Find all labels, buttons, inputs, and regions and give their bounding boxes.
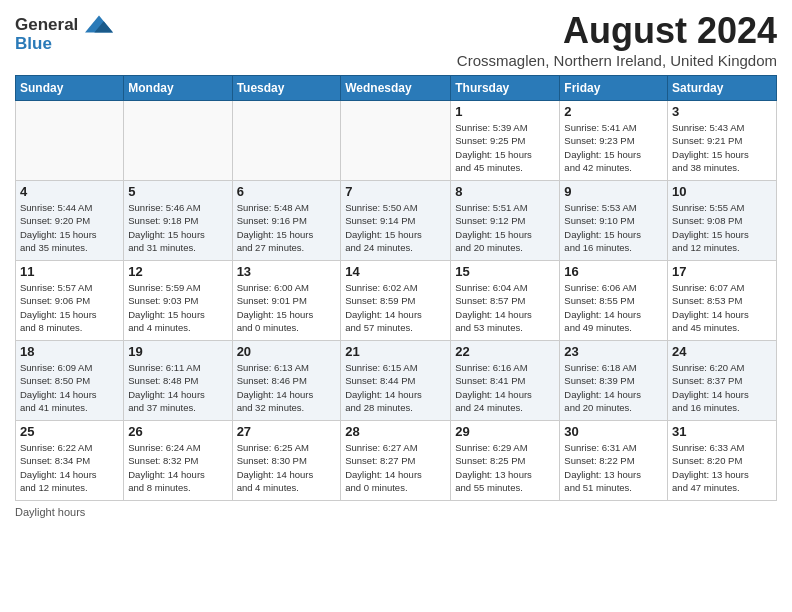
calendar-week-4: 18Sunrise: 6:09 AM Sunset: 8:50 PM Dayli… <box>16 341 777 421</box>
main-title: August 2024 <box>457 10 777 52</box>
page: General Blue August 2024 Crossmaglen, No… <box>0 0 792 612</box>
day-number: 9 <box>564 184 663 199</box>
day-info: Sunrise: 5:53 AM Sunset: 9:10 PM Dayligh… <box>564 201 663 254</box>
calendar-cell-9: 9Sunrise: 5:53 AM Sunset: 9:10 PM Daylig… <box>560 181 668 261</box>
calendar-header-row: SundayMondayTuesdayWednesdayThursdayFrid… <box>16 76 777 101</box>
day-number: 17 <box>672 264 772 279</box>
calendar-cell-10: 10Sunrise: 5:55 AM Sunset: 9:08 PM Dayli… <box>668 181 777 261</box>
day-info: Sunrise: 6:09 AM Sunset: 8:50 PM Dayligh… <box>20 361 119 414</box>
col-header-wednesday: Wednesday <box>341 76 451 101</box>
day-number: 11 <box>20 264 119 279</box>
day-info: Sunrise: 5:44 AM Sunset: 9:20 PM Dayligh… <box>20 201 119 254</box>
day-info: Sunrise: 6:16 AM Sunset: 8:41 PM Dayligh… <box>455 361 555 414</box>
calendar-cell-13: 13Sunrise: 6:00 AM Sunset: 9:01 PM Dayli… <box>232 261 341 341</box>
day-number: 20 <box>237 344 337 359</box>
day-info: Sunrise: 5:41 AM Sunset: 9:23 PM Dayligh… <box>564 121 663 174</box>
calendar-week-3: 11Sunrise: 5:57 AM Sunset: 9:06 PM Dayli… <box>16 261 777 341</box>
calendar-cell-6: 6Sunrise: 5:48 AM Sunset: 9:16 PM Daylig… <box>232 181 341 261</box>
logo-icon <box>85 10 113 38</box>
calendar-cell-2: 2Sunrise: 5:41 AM Sunset: 9:23 PM Daylig… <box>560 101 668 181</box>
calendar-cell-18: 18Sunrise: 6:09 AM Sunset: 8:50 PM Dayli… <box>16 341 124 421</box>
day-number: 29 <box>455 424 555 439</box>
day-number: 31 <box>672 424 772 439</box>
day-info: Sunrise: 5:48 AM Sunset: 9:16 PM Dayligh… <box>237 201 337 254</box>
day-number: 12 <box>128 264 227 279</box>
day-info: Sunrise: 5:55 AM Sunset: 9:08 PM Dayligh… <box>672 201 772 254</box>
day-info: Sunrise: 5:57 AM Sunset: 9:06 PM Dayligh… <box>20 281 119 334</box>
day-info: Sunrise: 6:20 AM Sunset: 8:37 PM Dayligh… <box>672 361 772 414</box>
calendar-cell-1: 1Sunrise: 5:39 AM Sunset: 9:25 PM Daylig… <box>451 101 560 181</box>
title-area: August 2024 Crossmaglen, Northern Irelan… <box>457 10 777 69</box>
calendar-cell-14: 14Sunrise: 6:02 AM Sunset: 8:59 PM Dayli… <box>341 261 451 341</box>
day-number: 30 <box>564 424 663 439</box>
day-info: Sunrise: 6:04 AM Sunset: 8:57 PM Dayligh… <box>455 281 555 334</box>
col-header-saturday: Saturday <box>668 76 777 101</box>
day-info: Sunrise: 6:25 AM Sunset: 8:30 PM Dayligh… <box>237 441 337 494</box>
calendar-cell-20: 20Sunrise: 6:13 AM Sunset: 8:46 PM Dayli… <box>232 341 341 421</box>
day-number: 26 <box>128 424 227 439</box>
day-info: Sunrise: 5:46 AM Sunset: 9:18 PM Dayligh… <box>128 201 227 254</box>
day-number: 19 <box>128 344 227 359</box>
calendar-cell-25: 25Sunrise: 6:22 AM Sunset: 8:34 PM Dayli… <box>16 421 124 501</box>
col-header-tuesday: Tuesday <box>232 76 341 101</box>
calendar-cell-16: 16Sunrise: 6:06 AM Sunset: 8:55 PM Dayli… <box>560 261 668 341</box>
day-info: Sunrise: 6:15 AM Sunset: 8:44 PM Dayligh… <box>345 361 446 414</box>
calendar-cell-26: 26Sunrise: 6:24 AM Sunset: 8:32 PM Dayli… <box>124 421 232 501</box>
day-number: 13 <box>237 264 337 279</box>
day-info: Sunrise: 6:00 AM Sunset: 9:01 PM Dayligh… <box>237 281 337 334</box>
calendar-cell-4: 4Sunrise: 5:44 AM Sunset: 9:20 PM Daylig… <box>16 181 124 261</box>
calendar-cell-19: 19Sunrise: 6:11 AM Sunset: 8:48 PM Dayli… <box>124 341 232 421</box>
calendar-cell-empty <box>341 101 451 181</box>
day-number: 16 <box>564 264 663 279</box>
calendar-cell-28: 28Sunrise: 6:27 AM Sunset: 8:27 PM Dayli… <box>341 421 451 501</box>
day-info: Sunrise: 6:11 AM Sunset: 8:48 PM Dayligh… <box>128 361 227 414</box>
calendar: SundayMondayTuesdayWednesdayThursdayFrid… <box>15 75 777 501</box>
day-number: 8 <box>455 184 555 199</box>
header: General Blue August 2024 Crossmaglen, No… <box>15 10 777 69</box>
day-info: Sunrise: 5:59 AM Sunset: 9:03 PM Dayligh… <box>128 281 227 334</box>
day-number: 15 <box>455 264 555 279</box>
day-info: Sunrise: 5:39 AM Sunset: 9:25 PM Dayligh… <box>455 121 555 174</box>
calendar-cell-empty <box>16 101 124 181</box>
day-info: Sunrise: 6:13 AM Sunset: 8:46 PM Dayligh… <box>237 361 337 414</box>
day-info: Sunrise: 5:51 AM Sunset: 9:12 PM Dayligh… <box>455 201 555 254</box>
calendar-cell-23: 23Sunrise: 6:18 AM Sunset: 8:39 PM Dayli… <box>560 341 668 421</box>
day-info: Sunrise: 6:27 AM Sunset: 8:27 PM Dayligh… <box>345 441 446 494</box>
day-number: 25 <box>20 424 119 439</box>
day-number: 6 <box>237 184 337 199</box>
calendar-week-1: 1Sunrise: 5:39 AM Sunset: 9:25 PM Daylig… <box>16 101 777 181</box>
day-number: 3 <box>672 104 772 119</box>
day-number: 10 <box>672 184 772 199</box>
calendar-cell-31: 31Sunrise: 6:33 AM Sunset: 8:20 PM Dayli… <box>668 421 777 501</box>
day-number: 14 <box>345 264 446 279</box>
calendar-cell-empty <box>232 101 341 181</box>
day-number: 23 <box>564 344 663 359</box>
day-info: Sunrise: 6:18 AM Sunset: 8:39 PM Dayligh… <box>564 361 663 414</box>
calendar-cell-21: 21Sunrise: 6:15 AM Sunset: 8:44 PM Dayli… <box>341 341 451 421</box>
day-number: 1 <box>455 104 555 119</box>
day-info: Sunrise: 6:29 AM Sunset: 8:25 PM Dayligh… <box>455 441 555 494</box>
calendar-week-2: 4Sunrise: 5:44 AM Sunset: 9:20 PM Daylig… <box>16 181 777 261</box>
logo: General Blue <box>15 14 113 54</box>
calendar-cell-22: 22Sunrise: 6:16 AM Sunset: 8:41 PM Dayli… <box>451 341 560 421</box>
day-info: Sunrise: 5:43 AM Sunset: 9:21 PM Dayligh… <box>672 121 772 174</box>
footer-text: Daylight hours <box>15 506 85 518</box>
day-number: 22 <box>455 344 555 359</box>
day-info: Sunrise: 6:24 AM Sunset: 8:32 PM Dayligh… <box>128 441 227 494</box>
day-info: Sunrise: 6:07 AM Sunset: 8:53 PM Dayligh… <box>672 281 772 334</box>
col-header-friday: Friday <box>560 76 668 101</box>
day-info: Sunrise: 5:50 AM Sunset: 9:14 PM Dayligh… <box>345 201 446 254</box>
day-number: 28 <box>345 424 446 439</box>
calendar-cell-24: 24Sunrise: 6:20 AM Sunset: 8:37 PM Dayli… <box>668 341 777 421</box>
calendar-cell-11: 11Sunrise: 5:57 AM Sunset: 9:06 PM Dayli… <box>16 261 124 341</box>
calendar-cell-29: 29Sunrise: 6:29 AM Sunset: 8:25 PM Dayli… <box>451 421 560 501</box>
footer: Daylight hours <box>15 506 777 518</box>
calendar-cell-17: 17Sunrise: 6:07 AM Sunset: 8:53 PM Dayli… <box>668 261 777 341</box>
calendar-cell-empty <box>124 101 232 181</box>
calendar-cell-30: 30Sunrise: 6:31 AM Sunset: 8:22 PM Dayli… <box>560 421 668 501</box>
day-number: 7 <box>345 184 446 199</box>
day-info: Sunrise: 6:02 AM Sunset: 8:59 PM Dayligh… <box>345 281 446 334</box>
col-header-thursday: Thursday <box>451 76 560 101</box>
calendar-cell-8: 8Sunrise: 5:51 AM Sunset: 9:12 PM Daylig… <box>451 181 560 261</box>
col-header-monday: Monday <box>124 76 232 101</box>
